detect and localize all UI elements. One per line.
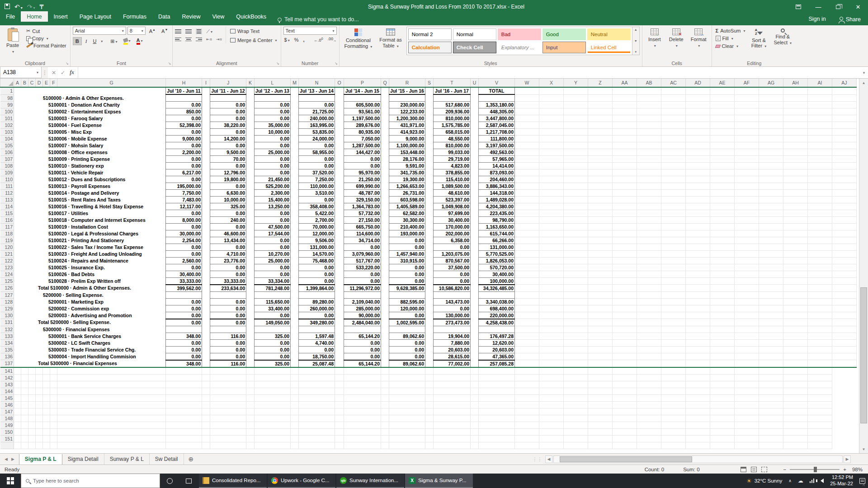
cell[interactable] — [202, 122, 210, 128]
cell[interactable] — [515, 203, 539, 210]
cell[interactable] — [246, 381, 255, 388]
format-as-table-button[interactable]: Format asTable ▾ — [377, 27, 405, 50]
cell[interactable] — [425, 408, 434, 415]
cell[interactable] — [291, 237, 299, 244]
cell[interactable] — [246, 216, 255, 223]
cell[interactable]: 0.00 — [166, 223, 202, 230]
cell[interactable] — [808, 415, 832, 422]
cell[interactable] — [291, 203, 299, 210]
cell[interactable] — [166, 442, 202, 449]
cell[interactable] — [832, 285, 857, 292]
cell[interactable]: 0.00 — [210, 223, 246, 230]
cell[interactable] — [479, 326, 515, 333]
cell[interactable]: 25,000.00 — [255, 149, 291, 155]
cell[interactable] — [202, 319, 210, 326]
cell[interactable] — [759, 326, 783, 333]
cell[interactable] — [661, 319, 686, 326]
account-label-cell[interactable]: 5100013 · Payroll Expenses — [14, 183, 166, 189]
cell[interactable] — [686, 312, 710, 319]
cell[interactable] — [389, 401, 425, 408]
cell[interactable] — [613, 162, 637, 169]
cell[interactable] — [832, 223, 857, 230]
cell[interactable] — [735, 169, 759, 176]
select-all-corner[interactable] — [0, 79, 14, 87]
ribbon-tab-home[interactable]: Home — [21, 11, 47, 22]
cell[interactable] — [246, 367, 255, 375]
cell[interactable] — [661, 189, 686, 196]
row-header-99[interactable]: 99 — [0, 101, 14, 108]
cell[interactable]: 12,620.00 — [479, 339, 515, 346]
cell[interactable]: 2,254.00 — [166, 237, 202, 244]
cell[interactable] — [291, 244, 299, 250]
cell[interactable] — [381, 271, 389, 277]
cell[interactable] — [335, 388, 344, 394]
cell[interactable] — [479, 415, 515, 422]
cell[interactable] — [735, 210, 759, 216]
cell[interactable] — [783, 319, 808, 326]
format-painter-button[interactable]: Format Painter — [25, 42, 68, 49]
hscroll-right-icon[interactable]: ▶ — [844, 455, 851, 463]
cell[interactable]: 21,450.00 — [255, 176, 291, 183]
cell[interactable] — [202, 216, 210, 223]
cell[interactable] — [637, 442, 661, 449]
cell[interactable] — [661, 162, 686, 169]
cell[interactable] — [299, 374, 335, 381]
cell[interactable]: 0.00 — [210, 128, 246, 135]
cell[interactable]: 21,250.00 — [344, 176, 381, 183]
cell[interactable] — [759, 101, 783, 108]
cell[interactable] — [425, 360, 434, 367]
cell[interactable] — [710, 176, 735, 183]
cell[interactable] — [759, 183, 783, 189]
cell[interactable] — [661, 237, 686, 244]
cell[interactable] — [808, 291, 832, 298]
action-center-icon[interactable] — [859, 478, 865, 484]
cell[interactable]: 0.00 — [210, 183, 246, 189]
cell[interactable] — [783, 183, 808, 189]
account-label-cell[interactable]: 5100003 · Farooq Salary — [14, 115, 166, 122]
cell[interactable] — [588, 271, 613, 277]
cell[interactable] — [479, 374, 515, 381]
cell[interactable] — [710, 339, 735, 346]
row-header-108[interactable]: 108 — [0, 162, 14, 169]
cell[interactable] — [686, 326, 710, 333]
cell[interactable] — [710, 442, 735, 449]
cell[interactable] — [661, 149, 686, 155]
cell[interactable] — [344, 394, 381, 401]
cell[interactable] — [832, 230, 857, 237]
cell[interactable] — [808, 142, 832, 149]
cell[interactable] — [783, 250, 808, 257]
cell[interactable]: 1,049,908.00 — [434, 203, 471, 210]
cell[interactable] — [539, 388, 564, 394]
cell[interactable] — [381, 291, 389, 298]
cell[interactable] — [36, 428, 43, 435]
cell[interactable] — [21, 374, 28, 381]
cell[interactable] — [21, 394, 28, 401]
cell[interactable] — [202, 360, 210, 367]
cell[interactable] — [735, 367, 759, 375]
cell[interactable] — [335, 319, 344, 326]
cell[interactable] — [661, 428, 686, 435]
cell[interactable]: 448,305.00 — [479, 108, 515, 115]
cell[interactable] — [381, 442, 389, 449]
cell[interactable] — [471, 312, 479, 319]
accounting-format-button[interactable]: $▾ — [284, 37, 290, 42]
cell[interactable]: 47,500.00 — [255, 223, 291, 230]
cell[interactable]: 882,595.00 — [389, 298, 425, 305]
cell[interactable] — [246, 176, 255, 183]
cell[interactable] — [479, 94, 515, 101]
cell[interactable] — [471, 333, 479, 339]
cell[interactable] — [735, 230, 759, 237]
cell[interactable] — [832, 353, 857, 360]
cell[interactable]: 0.00 — [210, 339, 246, 346]
cell[interactable] — [710, 367, 735, 375]
cell[interactable] — [808, 394, 832, 401]
cell[interactable] — [539, 250, 564, 257]
cell[interactable] — [28, 374, 36, 381]
cell[interactable]: 176,497.28 — [479, 333, 515, 339]
cell[interactable] — [381, 428, 389, 435]
cell[interactable] — [588, 189, 613, 196]
align-left-button[interactable] — [175, 38, 181, 42]
cell[interactable] — [57, 428, 166, 435]
cell[interactable] — [613, 203, 637, 210]
cell[interactable] — [783, 128, 808, 135]
